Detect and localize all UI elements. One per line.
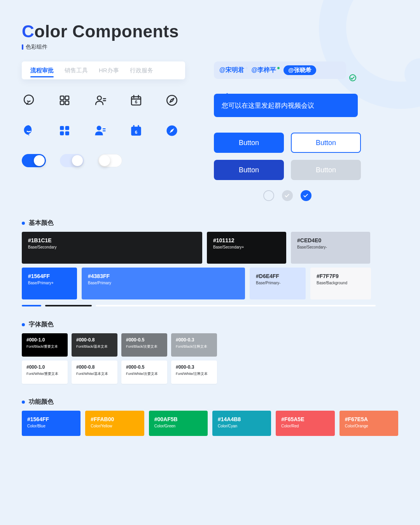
font-swatch: #000-1.0Font/White/重要文本 xyxy=(22,360,68,384)
section-functional-colors: 功能颜色 xyxy=(22,398,398,406)
compass-icon[interactable] xyxy=(165,124,179,138)
svg-point-13 xyxy=(167,95,177,105)
svg-rect-2 xyxy=(65,96,69,100)
color-swatch: #4383FFBase/Primary xyxy=(82,268,245,299)
font-swatch: #000-0.5Font/White/次要文本 xyxy=(121,360,167,384)
mention-pill[interactable]: @张晓希 xyxy=(284,65,316,75)
bullet-icon xyxy=(22,401,25,404)
section-font-colors: 字体颜色 xyxy=(22,320,398,329)
svg-text:6: 6 xyxy=(135,100,137,104)
toggle-on-light[interactable] xyxy=(60,154,84,167)
compass-icon[interactable] xyxy=(165,93,179,107)
font-swatch: #000-0.3Font/Black/注释文本 xyxy=(171,333,217,357)
status-dot-icon xyxy=(277,67,280,69)
chat-icon[interactable] xyxy=(22,124,36,138)
icon-grid: 6 6 xyxy=(22,93,187,138)
svg-rect-15 xyxy=(65,126,69,130)
functional-swatch: #1564FFColor/Blue xyxy=(22,411,80,436)
tooltip-bubble: 您可以在这里发起群内视频会议 xyxy=(214,94,358,117)
grid-icon[interactable] xyxy=(58,93,72,107)
font-swatch: #000-0.8Font/Black/基本文本 xyxy=(72,333,117,357)
svg-rect-19 xyxy=(103,128,106,130)
primary-button[interactable]: Button xyxy=(214,133,284,153)
calendar-icon[interactable]: 6 xyxy=(129,93,143,107)
functional-swatch: #14A4B8Color/Cyan xyxy=(212,411,271,436)
page-subtitle: 色彩组件 xyxy=(22,44,398,51)
pager-segment xyxy=(45,305,92,306)
radio-row xyxy=(214,190,361,201)
svg-rect-1 xyxy=(60,96,64,100)
functional-swatch: #FFAB00Color/Yellow xyxy=(85,411,144,436)
svg-rect-4 xyxy=(65,101,69,105)
color-swatch: #1564FFBase/Primary+ xyxy=(22,268,77,299)
font-swatch: #000-0.8Font/White/基本文本 xyxy=(72,360,117,384)
color-swatch: #F7F7F9Base/Background xyxy=(310,268,371,299)
user-icon[interactable] xyxy=(93,93,107,107)
tabs-card: 流程审批 销售工具 HR办事 行政服务 xyxy=(22,61,185,79)
svg-point-5 xyxy=(97,96,101,100)
tab-hr[interactable]: HR办事 xyxy=(99,62,119,79)
pager-segment xyxy=(22,305,41,306)
svg-rect-24 xyxy=(138,125,139,128)
button-grid: Button Button Button Button xyxy=(214,133,398,180)
bullet-icon xyxy=(22,222,25,225)
font-swatch: #000-0.5Font/Black/次要文本 xyxy=(121,333,167,357)
svg-rect-23 xyxy=(133,125,134,128)
calendar-icon[interactable]: 6 xyxy=(129,124,143,138)
pager-bars xyxy=(22,305,398,306)
subtitle-bar-icon xyxy=(22,44,23,50)
svg-rect-14 xyxy=(60,126,64,130)
outline-button[interactable]: Button xyxy=(291,133,361,153)
title-accent-letter: C xyxy=(22,22,34,41)
radio-empty[interactable] xyxy=(263,190,274,201)
page-title: Color Components xyxy=(22,22,398,41)
font-color-black-row: #000-1.0Font/Black/重要文本#000-0.8Font/Blac… xyxy=(22,333,398,357)
toggle-row xyxy=(22,154,187,167)
section-basic-colors: 基本颜色 xyxy=(22,219,398,227)
check-circle-icon xyxy=(349,74,356,81)
svg-point-18 xyxy=(97,126,102,130)
svg-rect-17 xyxy=(65,131,69,135)
functional-color-swatches: #1564FFColor/Blue#FFAB00Color/Yellow#00A… xyxy=(22,411,398,436)
radio-grey-check[interactable] xyxy=(282,190,293,201)
svg-rect-20 xyxy=(103,130,106,131)
toggle-off[interactable] xyxy=(98,154,122,167)
tab-approval[interactable]: 流程审批 xyxy=(30,62,54,79)
disabled-button: Button xyxy=(291,160,361,180)
user-icon[interactable] xyxy=(93,124,107,138)
svg-rect-16 xyxy=(60,131,64,135)
color-swatch: #101112Base/Secondary+ xyxy=(207,232,286,264)
dark-button[interactable]: Button xyxy=(214,160,284,180)
functional-swatch: #F65A5EColor/Red xyxy=(276,411,334,436)
color-swatch: #D6E4FFBase/Primary- xyxy=(250,268,306,299)
status-dot-icon xyxy=(245,67,248,69)
font-swatch: #000-1.0Font/Black/重要文本 xyxy=(22,333,68,357)
functional-swatch: #00AF5BColor/Green xyxy=(149,411,208,436)
svg-rect-3 xyxy=(60,101,64,105)
basic-color-swatches: #1B1C1EBase/Secondary#101112Base/Seconda… xyxy=(22,232,398,299)
mention-chip[interactable]: @李梓平 xyxy=(252,66,280,74)
color-swatch: #1B1C1EBase/Secondary xyxy=(22,232,202,264)
functional-swatch: #F67E5AColor/Orange xyxy=(340,411,398,436)
mention-chip[interactable]: @宋明君 xyxy=(219,66,248,74)
mention-bar: @宋明君 @李梓平 @张晓希 xyxy=(214,61,346,79)
tab-sales[interactable]: 销售工具 xyxy=(65,62,88,79)
svg-point-0 xyxy=(24,95,33,104)
chat-icon[interactable] xyxy=(22,93,36,107)
bullet-icon xyxy=(22,323,25,326)
pager-segment xyxy=(96,305,376,306)
grid-icon[interactable] xyxy=(58,124,72,138)
radio-blue-check[interactable] xyxy=(301,190,312,201)
font-color-white-row: #000-1.0Font/White/重要文本#000-0.8Font/Whit… xyxy=(22,360,398,384)
color-swatch: #CED4E0Base/Secondary- xyxy=(291,232,370,264)
toggle-on[interactable] xyxy=(22,154,46,167)
svg-text:6: 6 xyxy=(135,130,137,135)
font-swatch: #000-0.3Font/White/注释文本 xyxy=(171,360,217,384)
tab-admin[interactable]: 行政服务 xyxy=(130,62,153,79)
